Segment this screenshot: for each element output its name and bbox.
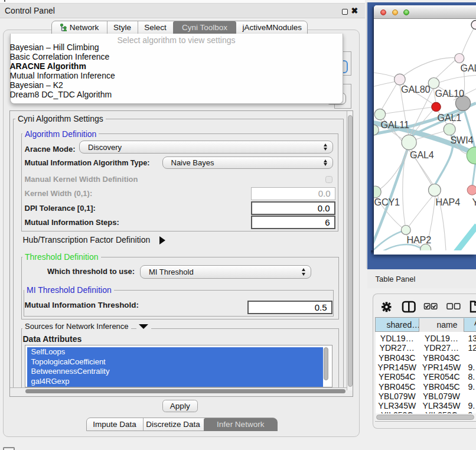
svg-text:HAP4: HAP4 xyxy=(436,196,461,207)
svg-text:Y: Y xyxy=(472,196,476,207)
svg-text:GAL10: GAL10 xyxy=(435,88,465,99)
svg-text:GAL7: GAL7 xyxy=(461,63,476,73)
svg-text:GAL4: GAL4 xyxy=(410,149,434,159)
svg-text:SWI4: SWI4 xyxy=(451,135,474,145)
svg-text:GAL11: GAL11 xyxy=(381,119,409,130)
svg-text:HAP2: HAP2 xyxy=(407,234,432,245)
svg-text:GAL80: GAL80 xyxy=(401,84,431,94)
svg-text:GCY1: GCY1 xyxy=(374,197,400,207)
svg-text:GAL1: GAL1 xyxy=(438,112,462,122)
